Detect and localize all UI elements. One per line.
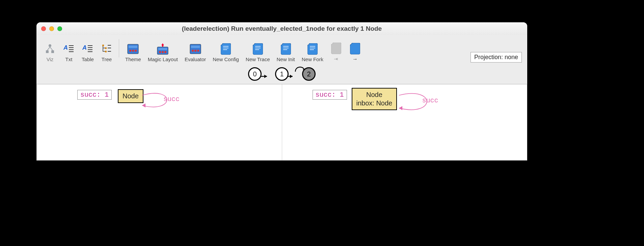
scroll-icon [306, 43, 319, 55]
svg-rect-45 [310, 46, 315, 47]
app-window: (leaderelection) Run eventually_elected_… [36, 22, 527, 158]
window-controls [41, 26, 62, 31]
edge-label: succ [422, 97, 438, 104]
minimize-icon[interactable] [49, 26, 54, 31]
toolbar-label: New Config [213, 56, 239, 62]
new-config-button[interactable]: New Config [209, 43, 242, 62]
text-icon: A [63, 43, 75, 55]
svg-point-30 [164, 51, 166, 53]
trace-bar: 0 1 2 [36, 64, 527, 84]
next-button[interactable]: → [346, 43, 365, 62]
arrow-first-icon: ⤛ [334, 56, 338, 62]
magic-layout-button[interactable]: Magic Layout [144, 43, 181, 62]
svg-rect-47 [310, 49, 314, 50]
tree-button[interactable]: Tree [97, 43, 116, 62]
svg-point-29 [162, 51, 164, 53]
svg-rect-25 [162, 45, 163, 47]
svg-rect-37 [223, 48, 229, 48]
table-icon: A [82, 43, 94, 55]
svg-rect-13 [102, 45, 104, 46]
svg-rect-15 [105, 51, 107, 52]
svg-marker-24 [161, 43, 164, 45]
node-box[interactable]: Node [118, 89, 143, 103]
table-button[interactable]: A Table [78, 43, 97, 62]
new-init-button[interactable]: New Init [273, 43, 298, 62]
svg-rect-46 [310, 48, 315, 48]
node-box[interactable]: Node inbox: Node [352, 88, 397, 110]
svg-rect-42 [283, 46, 289, 47]
toolbar-label: New Init [277, 56, 295, 62]
svg-rect-20 [129, 46, 137, 48]
toolbar-label: New Trace [246, 56, 270, 62]
scroll-next-icon [349, 43, 361, 55]
svg-rect-27 [158, 48, 167, 50]
svg-point-0 [49, 44, 51, 47]
viz-pane-left[interactable]: succ: 1 Node succ [36, 84, 282, 161]
succ-badge: succ: 1 [77, 90, 112, 100]
svg-rect-44 [283, 49, 287, 50]
new-trace-button[interactable]: New Trace [242, 43, 273, 62]
scroll-icon [252, 43, 264, 55]
arrow-right-icon: → [352, 56, 358, 62]
svg-rect-14 [105, 47, 107, 49]
svg-rect-2 [51, 50, 54, 53]
toolbar-label: Table [82, 56, 94, 62]
evaluator-icon [189, 43, 202, 55]
projection-label: Projection: none [474, 54, 518, 60]
svg-point-35 [197, 50, 199, 52]
svg-marker-53 [142, 103, 145, 107]
tree-icon [101, 43, 113, 55]
magic-layout-icon [157, 43, 169, 55]
theme-button[interactable]: Theme [122, 43, 144, 62]
trace-state-2[interactable]: 2 [302, 67, 316, 81]
svg-text:A: A [82, 44, 87, 51]
close-icon[interactable] [41, 26, 46, 31]
svg-point-34 [194, 50, 196, 52]
svg-rect-32 [191, 46, 200, 48]
svg-rect-41 [255, 49, 259, 50]
scroll-icon [280, 43, 292, 55]
window-title: (leaderelection) Run eventually_elected_… [36, 25, 527, 32]
zoom-icon[interactable] [57, 26, 62, 31]
trace-state-0[interactable]: 0 [248, 67, 262, 81]
toolbar-label: Magic Layout [148, 56, 178, 62]
theme-icon [127, 43, 139, 55]
svg-point-21 [129, 50, 131, 52]
svg-rect-40 [255, 48, 261, 48]
svg-rect-38 [223, 49, 227, 50]
toolbar: Viz A Txt A [36, 35, 527, 64]
svg-rect-43 [283, 48, 289, 48]
svg-point-28 [159, 51, 161, 53]
svg-rect-1 [46, 50, 49, 53]
scroll-icon [220, 43, 232, 55]
svg-rect-39 [255, 46, 261, 47]
svg-point-23 [135, 50, 137, 52]
toolbar-label: Viz [47, 56, 54, 62]
scroll-prev-icon [330, 42, 342, 54]
projection-dropdown[interactable]: Projection: none [471, 52, 522, 63]
svg-point-22 [132, 50, 134, 52]
viz-icon [44, 43, 56, 55]
svg-point-33 [192, 50, 194, 52]
toolbar-label: Tree [102, 56, 112, 62]
viz-pane-right[interactable]: succ: 1 Node inbox: Node succ [282, 84, 528, 161]
svg-text:A: A [63, 44, 68, 51]
trace-state-1[interactable]: 1 [275, 67, 289, 81]
succ-badge: succ: 1 [313, 90, 347, 100]
viz-button[interactable]: Viz [41, 43, 59, 62]
toolbar-label: Evaluator [185, 56, 206, 62]
new-fork-button[interactable]: New Fork [298, 43, 327, 62]
toolbar-label: Theme [125, 56, 141, 62]
svg-marker-54 [399, 106, 402, 110]
separator [119, 39, 119, 57]
titlebar: (leaderelection) Run eventually_elected_… [36, 22, 527, 35]
toolbar-label: New Fork [302, 56, 323, 62]
toolbar-label: Txt [65, 56, 73, 62]
svg-rect-36 [223, 46, 229, 47]
edge-label: succ [163, 95, 180, 103]
txt-button[interactable]: A Txt [59, 43, 78, 62]
prev-button[interactable]: ⤛ [327, 42, 346, 62]
viz-panes: succ: 1 Node succ succ: 1 Node inbox [36, 84, 527, 161]
evaluator-button[interactable]: Evaluator [181, 43, 209, 62]
